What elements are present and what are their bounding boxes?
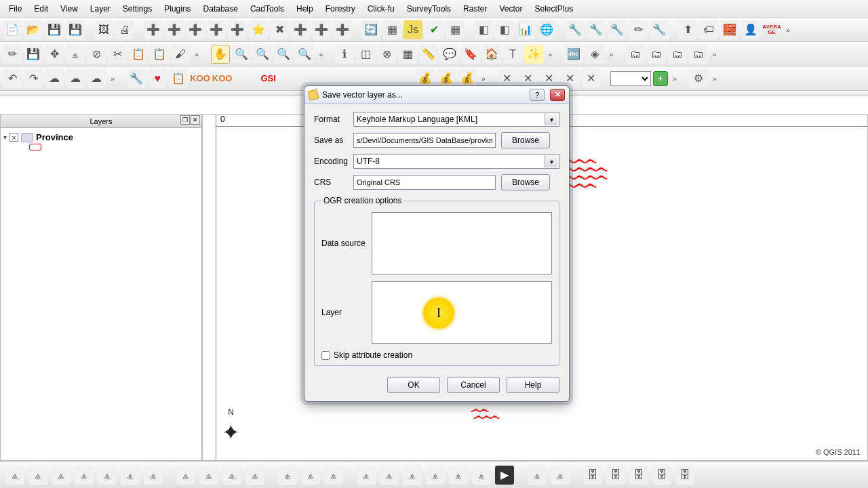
datasource-textarea[interactable]: [372, 212, 552, 274]
tool-icon[interactable]: ⟁: [245, 466, 264, 485]
abc-icon[interactable]: 🔤: [564, 45, 583, 64]
tool-icon[interactable]: ⟁: [199, 466, 218, 485]
tool-icon[interactable]: ⟁: [144, 466, 163, 485]
tool-icon[interactable]: ⟁: [52, 466, 71, 485]
toolbar-expand-icon[interactable]: »: [192, 50, 201, 58]
tool-icon[interactable]: 👤: [741, 20, 760, 39]
attr-table-icon[interactable]: ▦: [398, 45, 417, 64]
menu-selectplus[interactable]: SelectPlus: [528, 1, 579, 16]
shape-icon[interactable]: ☁: [87, 69, 106, 88]
menu-help[interactable]: Help: [290, 1, 319, 16]
annotation-icon[interactable]: ✨: [524, 45, 543, 64]
toolbar-expand-icon[interactable]: »: [316, 50, 326, 58]
wrench-icon[interactable]: 🔧: [127, 69, 146, 88]
play-icon[interactable]: ▶: [495, 466, 514, 485]
browse-crs-button[interactable]: Browse: [501, 174, 550, 190]
print-icon[interactable]: 🖨: [115, 20, 134, 39]
restore-icon[interactable]: ❐: [180, 115, 190, 125]
add-vector-icon[interactable]: ➕: [144, 20, 163, 39]
open-folder-icon[interactable]: 📂: [24, 20, 43, 39]
tool-icon[interactable]: ⟁: [449, 466, 468, 485]
save-icon[interactable]: 💾: [45, 20, 64, 39]
tips-icon[interactable]: 💬: [440, 45, 459, 64]
zoom-out-icon[interactable]: 🔍: [253, 45, 272, 64]
text-icon[interactable]: T: [503, 45, 522, 64]
remove-layer-icon[interactable]: ✖: [270, 20, 289, 39]
toolbar-expand-icon[interactable]: »: [479, 75, 488, 83]
tool-icon[interactable]: ⟁: [121, 466, 140, 485]
pencil-icon[interactable]: ✏: [3, 45, 22, 64]
paste-icon[interactable]: 📋: [150, 45, 169, 64]
deselect-icon[interactable]: ⊗: [377, 45, 396, 64]
menu-raster[interactable]: Raster: [457, 1, 493, 16]
cancel-button[interactable]: Cancel: [447, 377, 500, 393]
undo-icon[interactable]: ↶: [3, 69, 22, 88]
tool-icon[interactable]: ⟁: [472, 466, 491, 485]
delete-icon[interactable]: ⊘: [87, 45, 106, 64]
tool-icon[interactable]: 🔧: [587, 20, 606, 39]
pan-icon[interactable]: ✋: [211, 45, 230, 64]
tool-icon[interactable]: ⟁: [222, 466, 241, 485]
tool-icon[interactable]: ⟁: [301, 466, 320, 485]
diamond-icon[interactable]: ◈: [585, 45, 604, 64]
add-spatia-icon[interactable]: ➕: [207, 20, 226, 39]
zoom-in-icon[interactable]: 🔍: [232, 45, 251, 64]
save-edit-icon[interactable]: 💾: [24, 45, 43, 64]
toolbar-expand-icon[interactable]: »: [670, 75, 679, 83]
checkbox[interactable]: [9, 133, 18, 142]
db-icon[interactable]: 🗄: [629, 466, 648, 485]
toolbar-expand-icon[interactable]: »: [783, 26, 793, 34]
tool-icon[interactable]: ⟁: [324, 466, 343, 485]
add-delimited-icon[interactable]: ➕: [312, 20, 331, 39]
check-icon[interactable]: ✔: [425, 20, 443, 39]
toolbar-expand-icon[interactable]: »: [108, 75, 117, 83]
crs-input[interactable]: [353, 175, 496, 190]
browse-saveas-button[interactable]: Browse: [501, 132, 550, 148]
tool-icon[interactable]: ⟁: [5, 466, 24, 485]
tool-icon[interactable]: ◧: [474, 20, 493, 39]
add-gps-icon[interactable]: ➕: [291, 20, 310, 39]
add-raster-icon[interactable]: ➕: [165, 20, 184, 39]
db-icon[interactable]: 🗄: [652, 466, 671, 485]
redo-icon[interactable]: ↷: [24, 69, 43, 88]
chart-icon[interactable]: 📊: [516, 20, 535, 39]
menu-database[interactable]: Database: [197, 1, 244, 16]
menu-surveytools[interactable]: SurveyTools: [401, 1, 457, 16]
new-file-icon[interactable]: 📄: [3, 20, 22, 39]
close-icon[interactable]: ✕: [191, 115, 200, 125]
measure-icon[interactable]: 📏: [419, 45, 438, 64]
encoding-select[interactable]: UTF-8: [353, 154, 559, 169]
expand-icon[interactable]: ▾: [3, 134, 7, 141]
scale-combo[interactable]: [610, 71, 651, 86]
add-button[interactable]: +: [653, 71, 668, 86]
layer-icon[interactable]: 🗂: [647, 45, 666, 64]
save-as-icon[interactable]: 💾: [66, 20, 85, 39]
refresh-icon[interactable]: 🔄: [361, 20, 380, 39]
home-icon[interactable]: 🏠: [482, 45, 501, 64]
help-button[interactable]: Help: [507, 377, 559, 393]
tool-icon[interactable]: ⟁: [403, 466, 422, 485]
average-icon[interactable]: AVERA GE: [762, 20, 781, 39]
node-icon[interactable]: ⟁: [66, 45, 85, 64]
menu-view[interactable]: View: [54, 1, 84, 16]
menu-layer[interactable]: Layer: [84, 1, 117, 16]
copy-icon[interactable]: 📋: [129, 45, 148, 64]
zoom-select-icon[interactable]: 🔍: [295, 45, 314, 64]
db-icon[interactable]: 🗄: [583, 466, 602, 485]
menu-forestry[interactable]: Forestry: [319, 1, 361, 16]
db-icon[interactable]: 🗄: [606, 466, 625, 485]
js-icon[interactable]: Js: [403, 20, 422, 39]
identify-icon[interactable]: ℹ: [335, 45, 354, 64]
dialog-titlebar[interactable]: Save vector layer as... ? ✕: [304, 86, 569, 104]
tool-icon[interactable]: ⟁: [426, 466, 445, 485]
shape-icon[interactable]: ☁: [66, 69, 85, 88]
menu-file[interactable]: File: [3, 1, 28, 16]
tool-icon[interactable]: ⚙: [689, 69, 708, 88]
ok-button[interactable]: OK: [387, 377, 440, 393]
tool-icon[interactable]: 🏷: [699, 20, 718, 39]
tool-icon[interactable]: ⟁: [528, 466, 547, 485]
globe-icon[interactable]: 🌐: [537, 20, 556, 39]
layers-tree[interactable]: ▾ Province: [1, 128, 201, 460]
help-button[interactable]: ?: [530, 89, 545, 101]
tool-icon[interactable]: ⟁: [75, 466, 94, 485]
